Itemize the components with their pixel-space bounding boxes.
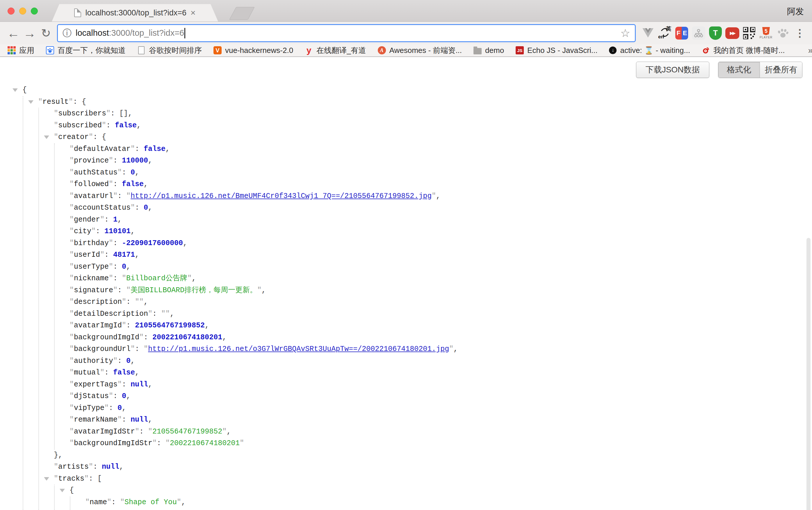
- json-quote: ": [106, 109, 111, 118]
- bookmark-item[interactable]: 应用: [7, 46, 34, 56]
- json-quote: ": [54, 462, 58, 471]
- qr-code-icon[interactable]: [742, 25, 756, 41]
- json-line: {: [0, 84, 812, 96]
- json-colon: :: [122, 416, 130, 424]
- json-quote: ": [117, 380, 122, 389]
- bookmark-item[interactable]: y在线翻译_有道: [305, 46, 366, 56]
- collapse-toggle-icon[interactable]: [28, 100, 33, 104]
- json-quote: ": [69, 298, 74, 306]
- json-line: },: [0, 450, 812, 461]
- back-button[interactable]: ←: [5, 26, 22, 40]
- vue-devtools-icon[interactable]: [641, 25, 655, 41]
- collapse-toggle-icon[interactable]: [44, 477, 49, 481]
- reload-button[interactable]: ↻: [38, 26, 54, 40]
- video-player-icon[interactable]: ▶▶: [725, 25, 739, 41]
- json-comma: ,: [148, 416, 152, 424]
- bookmark-item[interactable]: AAwesomes - 前端资...: [378, 46, 462, 56]
- browser-menu-icon[interactable]: ⋮: [793, 25, 807, 41]
- json-colon: :: [105, 251, 113, 259]
- paw-icon[interactable]: [776, 25, 790, 41]
- window-titlebar: localhost:3000/top_list?idx=6 × 阿发: [0, 0, 812, 22]
- json-quote: ": [54, 475, 58, 483]
- json-quote: ": [139, 333, 144, 342]
- json-colon: :: [122, 168, 130, 177]
- browser-tab[interactable]: localhost:3000/top_list?idx=6 ×: [52, 4, 218, 22]
- address-bar[interactable]: ⓘ localhost:3000/top_list?idx=6 ☆: [57, 24, 636, 42]
- format-button[interactable]: 格式化: [718, 62, 760, 78]
- baidu-paw-icon: [46, 46, 54, 54]
- json-quote: ": [69, 416, 74, 424]
- json-url-link[interactable]: http://p1.music.126.net/BmeUMF4Cr0f343lC…: [130, 192, 432, 200]
- html5-player-icon[interactable]: 5PLAYER: [759, 25, 773, 41]
- tab-title: localhost:3000/top_list?idx=6: [85, 8, 186, 18]
- json-line: "artists": null,: [0, 461, 812, 473]
- profile-name[interactable]: 阿发: [787, 6, 804, 18]
- json-colon: :: [157, 439, 166, 448]
- json-quote: ": [69, 145, 74, 153]
- json-line: "birthday": -2209017600000,: [0, 238, 812, 249]
- json-key: subscribed: [58, 121, 102, 130]
- chinese-glyph: 英: [666, 25, 671, 32]
- tampermonkey-icon[interactable]: T: [708, 25, 722, 41]
- close-window-button[interactable]: [7, 7, 14, 14]
- json-number-value: 2105564767199852: [135, 321, 205, 330]
- json-colon: :: [96, 227, 105, 236]
- forward-button[interactable]: →: [22, 26, 38, 40]
- json-open-bracket: {: [102, 133, 106, 141]
- bookmark-item[interactable]: demo: [473, 46, 504, 55]
- json-line: "subscribers": [],: [0, 108, 812, 120]
- bookmark-item[interactable]: 百度一下，你就知道: [46, 46, 126, 56]
- json-comma: ,: [128, 109, 132, 118]
- json-colon: :: [105, 215, 113, 224]
- json-url-link[interactable]: http://p1.music.126.net/o3G7lWrGBQAvSRt3…: [148, 345, 449, 353]
- json-comma: ,: [205, 321, 209, 330]
- bookmark-star-icon[interactable]: ☆: [620, 27, 630, 39]
- bookmark-item[interactable]: 我的首页 微博-随时...: [702, 46, 785, 56]
- json-quote: ": [69, 321, 74, 330]
- json-colon: :: [106, 121, 115, 130]
- sitemap-icon[interactable]: [692, 25, 705, 41]
- json-quote: ": [109, 263, 113, 271]
- collapse-toggle-icon[interactable]: [44, 136, 49, 139]
- json-comma: ,: [148, 380, 152, 389]
- json-quote: ": [139, 298, 144, 306]
- collapse-toggle-icon[interactable]: [12, 88, 18, 92]
- fe-helper-icon[interactable]: FE: [675, 25, 689, 41]
- json-colon: :: [152, 310, 161, 318]
- minimize-window-button[interactable]: [19, 7, 26, 14]
- zoom-window-button[interactable]: [31, 7, 38, 14]
- page-info-icon[interactable]: ⓘ: [62, 27, 71, 39]
- json-quote: ": [449, 345, 454, 353]
- json-line: "authority": 0,: [0, 355, 812, 367]
- page-favicon: [74, 8, 81, 17]
- new-tab-button[interactable]: [229, 7, 255, 20]
- json-quote: ": [113, 286, 117, 295]
- bookmark-item[interactable]: ↓active: ⌛ - waiting...: [609, 46, 690, 55]
- html5-shield: 5: [762, 27, 770, 35]
- json-colon: :: [117, 286, 126, 295]
- json-quote: ": [69, 333, 74, 342]
- json-string-value: 2002210674180201: [170, 439, 240, 448]
- json-line: "avatarUrl": "http://p1.music.126.net/Bm…: [0, 190, 812, 202]
- json-quote: ": [69, 427, 74, 436]
- collapse-all-button[interactable]: 折叠所有: [760, 62, 802, 78]
- json-quote: ": [69, 404, 74, 412]
- bookmark-item[interactable]: JSEcho JS - JavaScri...: [516, 46, 598, 55]
- download-json-button[interactable]: 下载JSON数据: [636, 62, 709, 78]
- vertical-scrollbar[interactable]: [807, 238, 811, 510]
- json-quote: ": [222, 427, 227, 436]
- json-punctuation: {: [69, 486, 74, 494]
- json-colon: :: [135, 345, 144, 353]
- bookmarks-overflow-chevron[interactable]: »: [808, 46, 812, 55]
- json-key: description: [74, 298, 122, 306]
- bookmark-item[interactable]: 谷歌按时间排序: [137, 46, 202, 56]
- bookmark-item[interactable]: Vvue-hackernews-2.0: [213, 46, 293, 55]
- json-quote: ": [122, 274, 126, 282]
- json-line: "userType": 0,: [0, 261, 812, 273]
- json-comma: ,: [135, 168, 139, 177]
- json-key: tracks: [58, 475, 84, 483]
- tab-close-icon[interactable]: ×: [191, 8, 196, 17]
- collapse-toggle-icon[interactable]: [60, 489, 65, 492]
- youdao-translate-icon[interactable]: 英en: [658, 25, 672, 41]
- json-quote: ": [69, 345, 74, 353]
